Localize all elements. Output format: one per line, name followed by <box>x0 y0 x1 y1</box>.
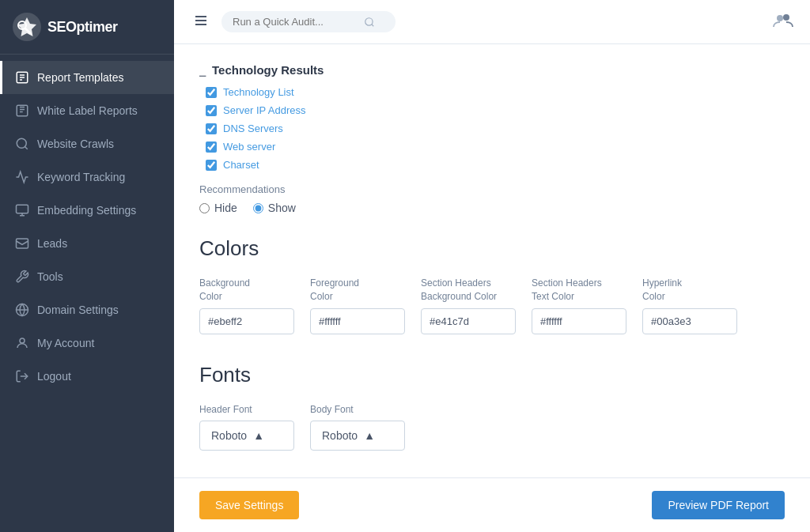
fonts-section: Fonts Header Font Roboto ▲ Body Font Rob… <box>199 363 785 451</box>
body-font-arrow: ▲ <box>364 429 375 442</box>
bg-color-field: BackgroundColor <box>199 277 294 334</box>
tools-icon <box>15 270 29 284</box>
technology-results-section: ⎯ Technology Results Technology List Ser… <box>199 63 785 214</box>
radio-show-input[interactable] <box>253 203 263 213</box>
checkbox-label: Charset <box>223 159 259 171</box>
user-avatar-button[interactable] <box>772 9 794 34</box>
checkbox-web-server[interactable]: Web server <box>206 141 785 153</box>
checkbox-label: Technology List <box>223 86 294 98</box>
sidebar: SEOptimer Report Templates White Label R… <box>0 0 174 532</box>
section-header-bg-field: Section HeadersBackground Color <box>421 277 516 334</box>
seoptimer-logo-icon <box>13 13 41 41</box>
radio-hide-label: Hide <box>214 202 237 214</box>
leads-icon <box>15 236 29 251</box>
font-fields-row: Header Font Roboto ▲ Body Font Roboto ▲ <box>199 403 785 451</box>
preview-pdf-button[interactable]: Preview PDF Report <box>652 491 785 519</box>
body-font-select[interactable]: Roboto ▲ <box>310 421 405 451</box>
body-font-value: Roboto <box>322 429 358 442</box>
svg-point-21 <box>365 17 373 25</box>
colors-heading: Colors <box>199 236 785 261</box>
sidebar-item-label: My Account <box>37 337 94 349</box>
save-settings-button[interactable]: Save Settings <box>199 491 299 519</box>
checkbox-group: Technology List Server IP Address DNS Se… <box>199 86 785 171</box>
sidebar-logo: SEOptimer <box>0 0 174 55</box>
header-right <box>772 9 794 35</box>
radio-hide[interactable]: Hide <box>199 202 237 214</box>
sidebar-item-website-crawls[interactable]: Website Crawls <box>0 127 174 160</box>
sidebar-item-keyword-tracking[interactable]: Keyword Tracking <box>0 160 174 194</box>
recommendations-radio-group: Hide Show <box>199 202 785 214</box>
sidebar-item-my-account[interactable]: My Account <box>0 326 174 360</box>
hamburger-icon <box>193 13 209 28</box>
user-group-icon <box>772 9 794 32</box>
checkbox-technology-list[interactable]: Technology List <box>206 86 785 98</box>
svg-point-16 <box>20 338 25 343</box>
checkbox-server-ip[interactable]: Server IP Address <box>206 104 785 116</box>
main-area: ⎯ Technology Results Technology List Ser… <box>174 0 810 532</box>
fg-color-field: ForegroundColor <box>310 277 405 334</box>
header-font-field: Header Font Roboto ▲ <box>199 403 294 451</box>
checkbox-server-ip-input[interactable] <box>206 105 217 116</box>
hamburger-button[interactable] <box>190 9 212 34</box>
sidebar-item-label: Website Crawls <box>37 138 114 150</box>
header-font-value: Roboto <box>211 429 247 442</box>
checkbox-dns-servers[interactable]: DNS Servers <box>206 123 785 134</box>
bottom-bar: Save Settings Preview PDF Report <box>174 477 810 532</box>
sidebar-item-domain-settings[interactable]: Domain Settings <box>0 293 174 326</box>
my-account-icon <box>15 336 29 350</box>
bg-color-input[interactable] <box>199 308 294 334</box>
checkbox-dns-servers-input[interactable] <box>206 123 217 134</box>
checkbox-charset-input[interactable] <box>206 160 217 171</box>
domain-settings-icon <box>15 303 29 317</box>
section-header: ⎯ Technology Results <box>199 63 785 77</box>
search-input[interactable] <box>233 16 359 28</box>
section-header-bg-input[interactable] <box>421 308 516 334</box>
fg-color-input[interactable] <box>310 308 405 334</box>
checkbox-technology-list-input[interactable] <box>206 87 217 98</box>
search-bar[interactable] <box>221 11 396 32</box>
sidebar-item-leads[interactable]: Leads <box>0 227 174 260</box>
search-icon <box>364 17 375 28</box>
sidebar-item-report-templates[interactable]: Report Templates <box>0 61 174 94</box>
sidebar-item-label: Keyword Tracking <box>37 171 125 183</box>
color-fields-row: BackgroundColor ForegroundColor Section … <box>199 277 785 334</box>
fg-color-label: ForegroundColor <box>310 277 405 304</box>
sidebar-item-embedding-settings[interactable]: Embedding Settings <box>0 194 174 227</box>
sidebar-item-label: White Label Reports <box>37 104 138 117</box>
section-title: Technology Results <box>212 63 324 77</box>
header <box>174 0 810 44</box>
body-font-label: Body Font <box>310 403 405 417</box>
section-header-text-input[interactable] <box>532 308 626 334</box>
sidebar-item-logout[interactable]: Logout <box>0 360 174 393</box>
hyperlink-color-input[interactable] <box>642 308 737 334</box>
sidebar-item-label: Embedding Settings <box>37 204 136 217</box>
sidebar-item-label: Leads <box>37 237 67 250</box>
checkbox-web-server-input[interactable] <box>206 141 217 153</box>
checkbox-charset[interactable]: Charset <box>206 159 785 171</box>
logout-icon <box>15 369 29 383</box>
sidebar-item-label: Tools <box>37 270 63 283</box>
report-templates-icon <box>15 70 29 85</box>
sidebar-nav: Report Templates White Label Reports Web… <box>0 55 174 532</box>
sidebar-item-label: Domain Settings <box>37 304 119 316</box>
radio-show[interactable]: Show <box>253 202 296 214</box>
svg-point-23 <box>777 15 783 21</box>
hyperlink-color-label: HyperlinkColor <box>642 277 737 304</box>
svg-line-22 <box>372 24 374 26</box>
recommendations-label: Recommendations <box>199 183 785 195</box>
sidebar-item-label: Report Templates <box>37 71 123 84</box>
radio-hide-input[interactable] <box>199 203 210 213</box>
sidebar-item-tools[interactable]: Tools <box>0 260 174 293</box>
collapse-icon: ⎯ <box>199 64 206 77</box>
radio-show-label: Show <box>268 202 296 214</box>
svg-rect-10 <box>17 205 28 213</box>
header-font-select[interactable]: Roboto ▲ <box>199 421 294 451</box>
sidebar-item-label: Logout <box>37 370 71 383</box>
section-header-bg-label: Section HeadersBackground Color <box>421 277 516 304</box>
header-font-label: Header Font <box>199 403 294 417</box>
fonts-heading: Fonts <box>199 363 785 387</box>
sidebar-item-white-label-reports[interactable]: White Label Reports <box>0 94 174 127</box>
colors-section: Colors BackgroundColor ForegroundColor S… <box>199 236 785 334</box>
white-label-reports-icon <box>15 104 29 118</box>
svg-line-9 <box>25 146 27 149</box>
